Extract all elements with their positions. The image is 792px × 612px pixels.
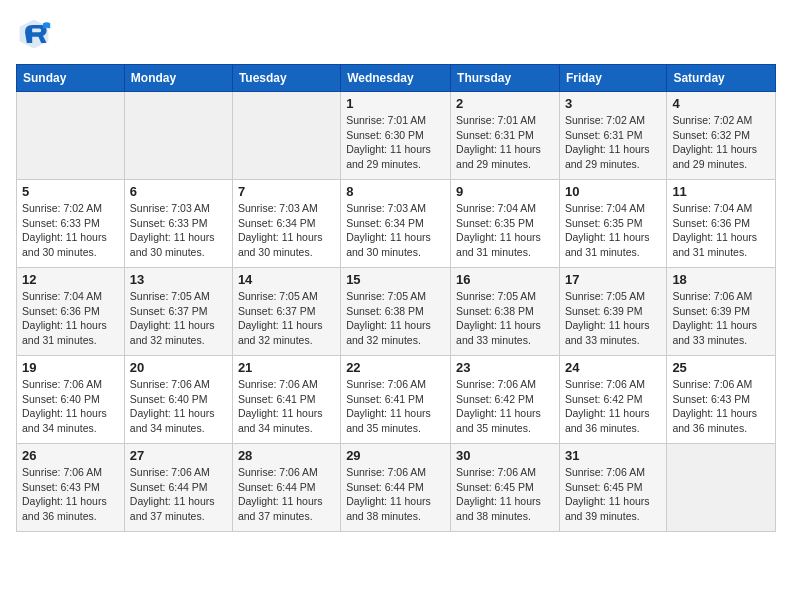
calendar-cell: 5Sunrise: 7:02 AM Sunset: 6:33 PM Daylig… (17, 180, 125, 268)
calendar-cell: 3Sunrise: 7:02 AM Sunset: 6:31 PM Daylig… (559, 92, 666, 180)
day-info: Sunrise: 7:02 AM Sunset: 6:31 PM Dayligh… (565, 113, 661, 172)
day-number: 21 (238, 360, 335, 375)
weekday-header-sunday: Sunday (17, 65, 125, 92)
day-info: Sunrise: 7:03 AM Sunset: 6:34 PM Dayligh… (238, 201, 335, 260)
day-number: 24 (565, 360, 661, 375)
calendar-cell: 4Sunrise: 7:02 AM Sunset: 6:32 PM Daylig… (667, 92, 776, 180)
day-info: Sunrise: 7:06 AM Sunset: 6:44 PM Dayligh… (346, 465, 445, 524)
day-info: Sunrise: 7:06 AM Sunset: 6:40 PM Dayligh… (130, 377, 227, 436)
weekday-header-friday: Friday (559, 65, 666, 92)
calendar-cell: 14Sunrise: 7:05 AM Sunset: 6:37 PM Dayli… (232, 268, 340, 356)
calendar-cell: 1Sunrise: 7:01 AM Sunset: 6:30 PM Daylig… (341, 92, 451, 180)
calendar-cell: 25Sunrise: 7:06 AM Sunset: 6:43 PM Dayli… (667, 356, 776, 444)
day-info: Sunrise: 7:01 AM Sunset: 6:31 PM Dayligh… (456, 113, 554, 172)
week-row-1: 1Sunrise: 7:01 AM Sunset: 6:30 PM Daylig… (17, 92, 776, 180)
week-row-3: 12Sunrise: 7:04 AM Sunset: 6:36 PM Dayli… (17, 268, 776, 356)
day-info: Sunrise: 7:04 AM Sunset: 6:35 PM Dayligh… (456, 201, 554, 260)
day-number: 27 (130, 448, 227, 463)
day-number: 19 (22, 360, 119, 375)
day-info: Sunrise: 7:05 AM Sunset: 6:37 PM Dayligh… (238, 289, 335, 348)
calendar-cell: 28Sunrise: 7:06 AM Sunset: 6:44 PM Dayli… (232, 444, 340, 532)
day-info: Sunrise: 7:05 AM Sunset: 6:38 PM Dayligh… (346, 289, 445, 348)
day-info: Sunrise: 7:01 AM Sunset: 6:30 PM Dayligh… (346, 113, 445, 172)
calendar-cell: 2Sunrise: 7:01 AM Sunset: 6:31 PM Daylig… (451, 92, 560, 180)
day-number: 16 (456, 272, 554, 287)
day-info: Sunrise: 7:06 AM Sunset: 6:45 PM Dayligh… (565, 465, 661, 524)
day-number: 1 (346, 96, 445, 111)
calendar-cell: 18Sunrise: 7:06 AM Sunset: 6:39 PM Dayli… (667, 268, 776, 356)
calendar-cell (17, 92, 125, 180)
calendar-cell: 15Sunrise: 7:05 AM Sunset: 6:38 PM Dayli… (341, 268, 451, 356)
day-number: 29 (346, 448, 445, 463)
day-number: 7 (238, 184, 335, 199)
day-number: 10 (565, 184, 661, 199)
day-number: 11 (672, 184, 770, 199)
day-number: 8 (346, 184, 445, 199)
calendar-cell: 13Sunrise: 7:05 AM Sunset: 6:37 PM Dayli… (124, 268, 232, 356)
logo (16, 16, 56, 52)
day-info: Sunrise: 7:06 AM Sunset: 6:42 PM Dayligh… (565, 377, 661, 436)
day-number: 4 (672, 96, 770, 111)
day-info: Sunrise: 7:06 AM Sunset: 6:39 PM Dayligh… (672, 289, 770, 348)
weekday-header-thursday: Thursday (451, 65, 560, 92)
week-row-2: 5Sunrise: 7:02 AM Sunset: 6:33 PM Daylig… (17, 180, 776, 268)
day-number: 20 (130, 360, 227, 375)
week-row-4: 19Sunrise: 7:06 AM Sunset: 6:40 PM Dayli… (17, 356, 776, 444)
calendar-cell: 8Sunrise: 7:03 AM Sunset: 6:34 PM Daylig… (341, 180, 451, 268)
calendar-cell: 7Sunrise: 7:03 AM Sunset: 6:34 PM Daylig… (232, 180, 340, 268)
day-info: Sunrise: 7:06 AM Sunset: 6:40 PM Dayligh… (22, 377, 119, 436)
day-number: 30 (456, 448, 554, 463)
calendar-cell: 24Sunrise: 7:06 AM Sunset: 6:42 PM Dayli… (559, 356, 666, 444)
calendar-cell: 9Sunrise: 7:04 AM Sunset: 6:35 PM Daylig… (451, 180, 560, 268)
calendar-cell: 12Sunrise: 7:04 AM Sunset: 6:36 PM Dayli… (17, 268, 125, 356)
day-number: 14 (238, 272, 335, 287)
day-info: Sunrise: 7:04 AM Sunset: 6:36 PM Dayligh… (22, 289, 119, 348)
calendar-cell (667, 444, 776, 532)
calendar-cell: 29Sunrise: 7:06 AM Sunset: 6:44 PM Dayli… (341, 444, 451, 532)
calendar-cell: 26Sunrise: 7:06 AM Sunset: 6:43 PM Dayli… (17, 444, 125, 532)
weekday-header-tuesday: Tuesday (232, 65, 340, 92)
day-info: Sunrise: 7:06 AM Sunset: 6:42 PM Dayligh… (456, 377, 554, 436)
day-info: Sunrise: 7:03 AM Sunset: 6:34 PM Dayligh… (346, 201, 445, 260)
day-number: 12 (22, 272, 119, 287)
day-number: 9 (456, 184, 554, 199)
day-info: Sunrise: 7:03 AM Sunset: 6:33 PM Dayligh… (130, 201, 227, 260)
day-number: 15 (346, 272, 445, 287)
calendar-cell: 6Sunrise: 7:03 AM Sunset: 6:33 PM Daylig… (124, 180, 232, 268)
day-number: 23 (456, 360, 554, 375)
calendar-cell: 20Sunrise: 7:06 AM Sunset: 6:40 PM Dayli… (124, 356, 232, 444)
calendar-cell: 11Sunrise: 7:04 AM Sunset: 6:36 PM Dayli… (667, 180, 776, 268)
day-info: Sunrise: 7:06 AM Sunset: 6:43 PM Dayligh… (22, 465, 119, 524)
day-number: 5 (22, 184, 119, 199)
day-info: Sunrise: 7:06 AM Sunset: 6:41 PM Dayligh… (346, 377, 445, 436)
calendar-cell: 17Sunrise: 7:05 AM Sunset: 6:39 PM Dayli… (559, 268, 666, 356)
calendar-cell: 30Sunrise: 7:06 AM Sunset: 6:45 PM Dayli… (451, 444, 560, 532)
day-number: 2 (456, 96, 554, 111)
day-info: Sunrise: 7:06 AM Sunset: 6:44 PM Dayligh… (130, 465, 227, 524)
calendar-cell: 16Sunrise: 7:05 AM Sunset: 6:38 PM Dayli… (451, 268, 560, 356)
weekday-header-saturday: Saturday (667, 65, 776, 92)
week-row-5: 26Sunrise: 7:06 AM Sunset: 6:43 PM Dayli… (17, 444, 776, 532)
calendar-cell: 19Sunrise: 7:06 AM Sunset: 6:40 PM Dayli… (17, 356, 125, 444)
day-info: Sunrise: 7:06 AM Sunset: 6:45 PM Dayligh… (456, 465, 554, 524)
calendar-cell: 10Sunrise: 7:04 AM Sunset: 6:35 PM Dayli… (559, 180, 666, 268)
calendar-cell (124, 92, 232, 180)
day-number: 3 (565, 96, 661, 111)
calendar-cell: 27Sunrise: 7:06 AM Sunset: 6:44 PM Dayli… (124, 444, 232, 532)
day-info: Sunrise: 7:05 AM Sunset: 6:38 PM Dayligh… (456, 289, 554, 348)
weekday-header-wednesday: Wednesday (341, 65, 451, 92)
weekday-header-row: SundayMondayTuesdayWednesdayThursdayFrid… (17, 65, 776, 92)
day-info: Sunrise: 7:06 AM Sunset: 6:43 PM Dayligh… (672, 377, 770, 436)
logo-icon (16, 16, 52, 52)
day-number: 22 (346, 360, 445, 375)
calendar-cell (232, 92, 340, 180)
calendar-body: 1Sunrise: 7:01 AM Sunset: 6:30 PM Daylig… (17, 92, 776, 532)
day-info: Sunrise: 7:04 AM Sunset: 6:36 PM Dayligh… (672, 201, 770, 260)
day-info: Sunrise: 7:05 AM Sunset: 6:39 PM Dayligh… (565, 289, 661, 348)
day-info: Sunrise: 7:04 AM Sunset: 6:35 PM Dayligh… (565, 201, 661, 260)
day-number: 17 (565, 272, 661, 287)
calendar-cell: 21Sunrise: 7:06 AM Sunset: 6:41 PM Dayli… (232, 356, 340, 444)
day-number: 18 (672, 272, 770, 287)
page-header (16, 16, 776, 52)
day-info: Sunrise: 7:06 AM Sunset: 6:44 PM Dayligh… (238, 465, 335, 524)
